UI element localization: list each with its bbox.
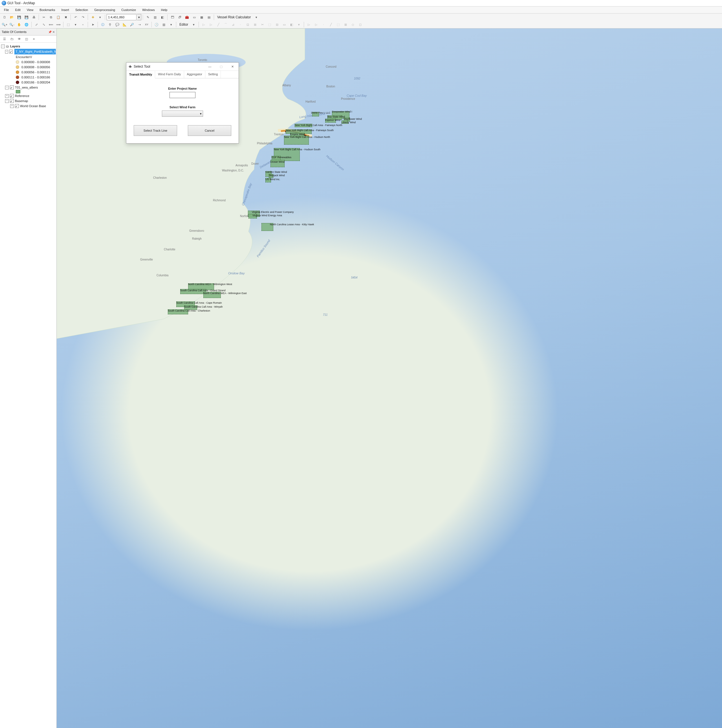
viewer-drop-icon[interactable]: ▾ (168, 21, 174, 28)
maximize-icon[interactable]: ▢ (216, 63, 227, 70)
menu-file[interactable]: File (1, 8, 12, 12)
create-viewer-icon[interactable]: ▥ (161, 21, 167, 28)
layer-basemap[interactable]: Basemap (15, 98, 28, 104)
time-slider-icon[interactable]: 🕓 (153, 21, 160, 28)
hyperlink-icon[interactable]: ⚲ (107, 21, 113, 28)
edit-tool-14-icon[interactable]: ▾ (295, 21, 302, 28)
list-by-visibility-icon[interactable]: 👁 (16, 35, 23, 42)
edit-tool-13-icon[interactable]: ◧ (288, 21, 295, 28)
edit-tool-4-icon[interactable]: ⌒ (222, 21, 229, 28)
sketch-2-icon[interactable]: ▷ (313, 21, 320, 28)
html-popup-icon[interactable]: 💬 (114, 21, 121, 28)
expand-icon[interactable]: + (10, 104, 14, 108)
layer-checkbox[interactable] (15, 104, 19, 108)
edit-tool-6-icon[interactable]: · (237, 21, 244, 28)
results-icon[interactable]: ▤ (206, 14, 213, 21)
find-icon[interactable]: 🔎 (128, 21, 135, 28)
tool-5-icon[interactable]: ▥ (152, 14, 159, 21)
back-extent-icon[interactable]: ⟸ (47, 21, 54, 28)
layer-world-ocean[interactable]: World Ocean Base (20, 104, 46, 109)
cut-icon[interactable]: ✂ (40, 14, 47, 21)
save-icon[interactable]: 💾 (16, 14, 23, 21)
toc-tree[interactable]: −🗂 Layers −T_NY_Bight_PortElizabeth_NYHu… (0, 43, 57, 728)
menu-selection[interactable]: Selection (72, 8, 91, 12)
close-icon[interactable]: ✕ (227, 63, 238, 70)
menu-geoprocessing[interactable]: Geoprocessing (91, 8, 118, 12)
list-by-drawing-icon[interactable]: ☰ (1, 35, 8, 42)
minimize-icon[interactable]: — (204, 63, 216, 70)
fixed-zoom-in-icon[interactable]: ⤢ (33, 21, 40, 28)
editor-menu[interactable]: Editor (178, 23, 190, 26)
editor-toolbar-icon[interactable]: ✎ (144, 14, 151, 21)
search-window-icon[interactable]: 🗗 (176, 14, 183, 21)
collapse-icon[interactable]: − (5, 99, 9, 103)
menu-insert[interactable]: Insert (58, 8, 72, 12)
select-drop-icon[interactable]: ▾ (72, 21, 79, 28)
print-icon[interactable]: 🖶 (31, 14, 37, 21)
tab-transit-monthly[interactable]: Transit Monthly (126, 71, 155, 78)
edit-tool-7-icon[interactable]: ⊡ (244, 21, 251, 28)
layer-selected[interactable]: T_NY_Bight_PortElizabeth_NYHu (14, 49, 56, 54)
tab-aggregator[interactable]: Aggregator (184, 71, 205, 78)
cancel-button[interactable]: Cancel (188, 125, 231, 136)
sketch-7-icon[interactable]: ◇ (349, 21, 356, 28)
map-view[interactable]: TorontoLake OntarioBuffaloConcordAlbanyB… (57, 29, 722, 728)
layer-wea[interactable]: T01_wea_albers (15, 85, 38, 90)
tool-6-icon[interactable]: ◧ (159, 14, 166, 21)
menu-bookmarks[interactable]: Bookmarks (37, 8, 58, 12)
sketch-5-icon[interactable]: ⬚ (335, 21, 341, 28)
arc-toolbox-icon[interactable]: 🧰 (184, 14, 190, 21)
pointer-icon[interactable]: ➤ (89, 21, 96, 28)
edit-tool-9-icon[interactable]: ✂ (259, 21, 266, 28)
layer-reference[interactable]: Reference (15, 93, 29, 98)
toc-close-icon[interactable]: ✕ (52, 31, 55, 34)
catalog-icon[interactable]: 🗔 (169, 14, 176, 21)
menu-customize[interactable]: Customize (118, 8, 139, 12)
edit-tool-12-icon[interactable]: ▭ (281, 21, 288, 28)
pan-icon[interactable]: ✋ (16, 21, 23, 28)
python-icon[interactable]: ▭ (191, 14, 198, 21)
collapse-icon[interactable]: − (5, 86, 9, 89)
sublayer-label[interactable]: EncounterV (16, 54, 32, 60)
collapse-icon[interactable]: − (1, 44, 5, 48)
sketch-8-icon[interactable]: ◻ (357, 21, 364, 28)
toc-options-icon[interactable]: ≡ (31, 35, 37, 42)
tab-setting[interactable]: Setting (205, 71, 221, 78)
edit-tool-1-icon[interactable]: ▷ (200, 21, 207, 28)
sketch-4-icon[interactable]: ╱ (327, 21, 334, 28)
add-data-drop-icon[interactable]: ▾ (97, 14, 104, 21)
menu-windows[interactable]: Windows (139, 8, 158, 12)
copy-icon[interactable]: ⧉ (47, 14, 54, 21)
edit-tool-2-icon[interactable]: ▷ (208, 21, 214, 28)
find-route-icon[interactable]: ⇢ (136, 21, 143, 28)
new-doc-icon[interactable]: 🗋 (1, 14, 8, 21)
wind-farm-select[interactable]: ▾ (162, 110, 203, 117)
edit-tool-3-icon[interactable]: ╱ (215, 21, 222, 28)
scale-dropdown-icon[interactable]: ▾ (137, 14, 141, 20)
add-data-icon[interactable]: ✚ (89, 14, 96, 21)
select-track-line-button[interactable]: Select Track Line (134, 125, 177, 136)
menu-view[interactable]: View (24, 8, 37, 12)
fixed-zoom-out-icon[interactable]: ⤡ (40, 21, 47, 28)
layer-checkbox[interactable] (10, 86, 14, 89)
sketch-1-icon[interactable]: ▷ (306, 21, 312, 28)
collapse-icon[interactable]: − (5, 50, 8, 54)
undo-icon[interactable]: ↶ (72, 14, 79, 21)
editor-drop-icon[interactable]: ▾ (190, 21, 197, 28)
edit-tool-10-icon[interactable]: ⬚ (266, 21, 273, 28)
layer-checkbox[interactable] (9, 50, 13, 54)
full-extent-icon[interactable]: 🌐 (23, 21, 30, 28)
paste-icon[interactable]: 📋 (55, 14, 62, 21)
edit-tool-5-icon[interactable]: ⊿ (229, 21, 236, 28)
list-by-source-icon[interactable]: 🗀 (8, 35, 15, 42)
go-to-xy-icon[interactable]: XY (143, 21, 150, 28)
expand-icon[interactable]: + (5, 94, 9, 98)
vessel-tool-drop-icon[interactable]: ▾ (253, 14, 260, 21)
sketch-3-icon[interactable]: · (320, 21, 327, 28)
edit-tool-11-icon[interactable]: ⊟ (274, 21, 280, 28)
vessel-tool-label[interactable]: Vessel Risk Calculator (216, 15, 252, 19)
measure-icon[interactable]: 📐 (121, 21, 128, 28)
clear-selection-icon[interactable]: ▫ (80, 21, 86, 28)
zoom-out-icon[interactable]: 🔍- (8, 21, 15, 28)
edit-tool-8-icon[interactable]: ⊞ (252, 21, 259, 28)
